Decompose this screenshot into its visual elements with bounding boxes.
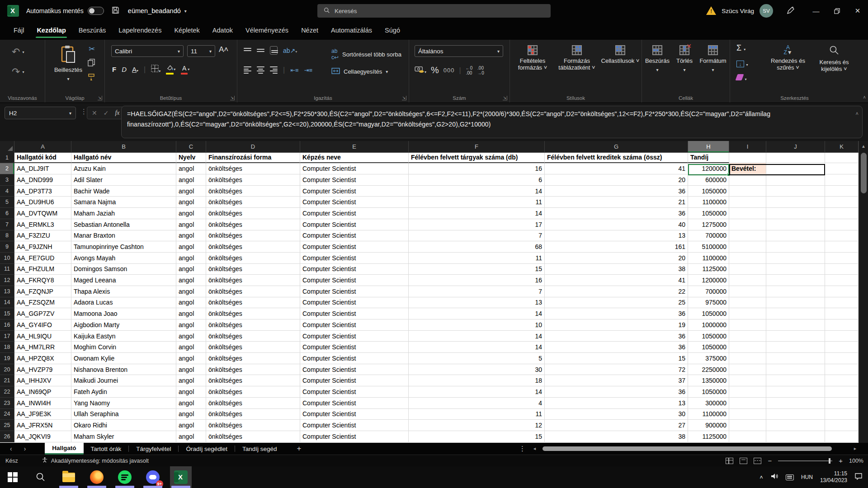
cell-D2[interactable]: önköltséges (206, 163, 300, 174)
cell-I14[interactable] (729, 297, 766, 309)
cell-F10[interactable]: 11 (409, 253, 545, 264)
avatar[interactable]: SV (760, 4, 773, 18)
cell-B15[interactable]: Mamoona Joao (71, 308, 176, 319)
header-cell-F[interactable]: Félévben felvett tárgyak száma (db) (409, 152, 545, 164)
cell-F22[interactable]: 14 (409, 386, 545, 398)
cell-D18[interactable]: önköltséges (206, 342, 300, 353)
cell-D22[interactable]: önköltséges (206, 386, 300, 398)
cell-F24[interactable]: 11 (409, 409, 545, 420)
cell-I25[interactable] (729, 420, 766, 431)
cell-A3[interactable]: AA_DND999 (14, 174, 71, 186)
cell-G20[interactable]: 72 (545, 364, 688, 375)
cell-K11[interactable] (825, 264, 859, 275)
cell-E25[interactable]: Computer Scientist (300, 420, 409, 431)
cell-F6[interactable]: 14 (409, 208, 545, 219)
cell-C25[interactable]: angol (176, 420, 206, 431)
sheet-tab-óradíj-segédlet[interactable]: Óradíj segédlet (179, 443, 235, 455)
cell-H17[interactable]: 1050000 (688, 331, 729, 342)
currency-icon[interactable]: ▾ (415, 66, 426, 75)
sort-filter-button[interactable]: AZ▼ Rendezés és szűrés ˅ (765, 41, 811, 71)
cell-E8[interactable]: Computer Scientist (300, 230, 409, 242)
cell-A15[interactable]: AA_GGP7ZV (14, 308, 71, 319)
cell-G3[interactable]: 20 (545, 174, 688, 186)
row-header-10[interactable]: 10 (0, 253, 14, 264)
cell-K6[interactable] (825, 208, 859, 219)
cell-E2[interactable]: Computer Scientist (300, 163, 409, 174)
cell-J11[interactable] (766, 264, 825, 275)
normal-view-icon[interactable] (726, 458, 733, 464)
ribbon-tab-lapelrendezés[interactable]: Lapelrendezés (113, 22, 167, 40)
row-header-6[interactable]: 6 (0, 208, 14, 219)
cell-K16[interactable] (825, 319, 859, 331)
cell-F15[interactable]: 14 (409, 308, 545, 319)
font-name-combo[interactable]: Calibri▾ (111, 45, 184, 57)
cell-D16[interactable]: önköltséges (206, 319, 300, 331)
cell-F12[interactable]: 16 (409, 275, 545, 286)
cell-I10[interactable] (729, 253, 766, 264)
cell-I26[interactable] (729, 431, 766, 442)
cell-B17[interactable]: Kaijuka Eastyn (71, 331, 176, 342)
cell-C11[interactable]: angol (176, 264, 206, 275)
collapse-formula-bar-icon[interactable]: ˄ (856, 111, 859, 116)
font-color-icon[interactable]: A▾ (181, 64, 189, 75)
cell-I16[interactable] (729, 319, 766, 331)
cell-G5[interactable]: 21 (545, 197, 688, 208)
cell-F7[interactable]: 17 (409, 219, 545, 230)
cell-C7[interactable]: angol (176, 219, 206, 230)
cell-J14[interactable] (766, 297, 825, 309)
percent-icon[interactable]: % (431, 65, 439, 75)
cell-G7[interactable]: 40 (545, 219, 688, 230)
file-explorer-button[interactable] (58, 466, 80, 488)
cell-F2[interactable]: 16 (409, 163, 545, 174)
cell-K21[interactable] (825, 375, 859, 386)
cell-C19[interactable]: angol (176, 353, 206, 364)
cell-F21[interactable]: 18 (409, 375, 545, 386)
cell-B4[interactable]: Bachir Wade (71, 186, 176, 197)
cell-K3[interactable] (825, 174, 859, 186)
cell-G10[interactable]: 20 (545, 253, 688, 264)
cell-F13[interactable]: 7 (409, 286, 545, 297)
cell-G14[interactable]: 25 (545, 297, 688, 309)
insert-function-icon[interactable]: fx (115, 109, 119, 117)
cell-A20[interactable]: AA_HVZP79 (14, 364, 71, 375)
cell-H7[interactable]: 1275000 (688, 219, 729, 230)
row-header-19[interactable]: 19 (0, 353, 14, 364)
ribbon-tab-beszúrás[interactable]: Beszúrás (73, 22, 111, 40)
cell-A13[interactable]: AA_FZQNJP (14, 286, 71, 297)
sheet-menu-icon[interactable]: ⋮ (519, 445, 526, 453)
header-cell-C[interactable]: Nyelv (176, 152, 206, 164)
cell-I8[interactable] (729, 230, 766, 242)
accessibility-status[interactable]: Akadálymentesség: módosítás javasolt (42, 457, 149, 465)
format-as-table-button[interactable]: Formázás táblázatként ˅ (554, 41, 599, 71)
row-header-24[interactable]: 24 (0, 409, 14, 420)
cell-J8[interactable] (766, 230, 825, 242)
ribbon-tab-adatok[interactable]: Adatok (207, 22, 238, 40)
cell-G26[interactable]: 38 (545, 431, 688, 442)
cell-H13[interactable]: 700000 (688, 286, 729, 297)
cell-C4[interactable]: angol (176, 186, 206, 197)
row-header-3[interactable]: 3 (0, 174, 14, 186)
cell-I12[interactable] (729, 275, 766, 286)
row-header-13[interactable]: 13 (0, 286, 14, 297)
ribbon-tab-automatizálás[interactable]: Automatizálás (326, 22, 377, 40)
row-header-4[interactable]: 4 (0, 186, 14, 197)
column-header-J[interactable]: J (766, 141, 825, 153)
autosum-icon[interactable]: Σ ▾ (736, 43, 745, 53)
row-header-14[interactable]: 14 (0, 297, 14, 309)
cell-D8[interactable]: önköltséges (206, 230, 300, 242)
find-select-button[interactable]: Keresés és kijelölés ˅ (811, 41, 857, 72)
cell-E19[interactable]: Computer Scientist (300, 353, 409, 364)
cell-F9[interactable]: 68 (409, 241, 545, 253)
italic-button[interactable]: D (122, 66, 127, 73)
cell-J16[interactable] (766, 319, 825, 331)
cell-F23[interactable]: 4 (409, 398, 545, 409)
cell-A22[interactable]: AA_IN69QP (14, 386, 71, 398)
cell-E21[interactable]: Computer Scientist (300, 375, 409, 386)
volume-icon[interactable] (770, 473, 778, 482)
cell-G8[interactable]: 13 (545, 230, 688, 242)
merge-cells-button[interactable]: Cellaegyesítés ▾ (331, 68, 388, 75)
cell-E23[interactable]: Computer Scientist (300, 398, 409, 409)
cell-J13[interactable] (766, 286, 825, 297)
header-cell-D[interactable]: Finanszírozási forma (206, 152, 300, 164)
cell-B20[interactable]: Nishanova Brenton (71, 364, 176, 375)
